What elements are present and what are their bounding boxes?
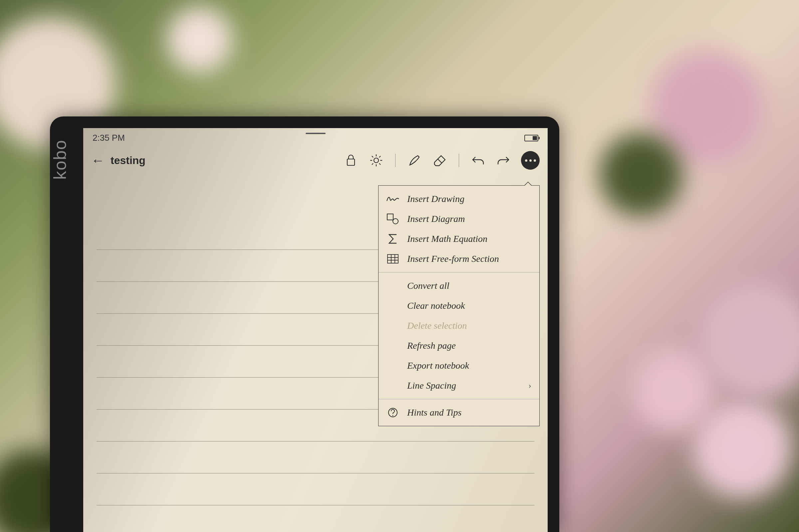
menu-item-label: Insert Free-form Section: [407, 253, 499, 264]
ruled-line: [96, 506, 534, 532]
back-arrow-icon: ←: [91, 154, 105, 167]
menu-item-label: Insert Math Equation: [407, 233, 487, 244]
menu-item-label: Hints and Tips: [407, 407, 461, 418]
toolbar-separator: [459, 154, 459, 167]
shapes-icon: [386, 213, 400, 225]
menu-delete-selection: Delete selection: [378, 316, 539, 336]
redo-icon[interactable]: [496, 153, 511, 168]
menu-line-spacing[interactable]: Line Spacing ›: [378, 376, 539, 396]
background-flower: [166, 7, 233, 73]
ruled-line: [96, 441, 534, 473]
ruled-line: [96, 473, 534, 506]
menu-item-label: Line Spacing: [407, 380, 456, 391]
menu-item-label: Export notebook: [407, 360, 469, 371]
status-bar: 2:35 PM: [83, 128, 547, 146]
sigma-icon: [386, 233, 400, 245]
chevron-right-icon: ›: [528, 381, 531, 391]
device-brand-label: kobo: [50, 139, 70, 180]
menu-insert-math[interactable]: Insert Math Equation: [378, 229, 539, 249]
menu-hints-tips[interactable]: Hints and Tips: [378, 403, 539, 422]
document-title: testing: [111, 154, 146, 167]
more-menu-button[interactable]: [521, 151, 540, 170]
editor-header: ← testing: [83, 146, 547, 176]
menu-item-label: Convert all: [407, 281, 449, 291]
svg-rect-13: [388, 254, 398, 263]
svg-line-7: [379, 163, 380, 165]
grid-icon: [386, 253, 400, 265]
more-menu-dropdown: Insert Drawing Insert Diagram: [378, 185, 540, 426]
svg-point-12: [393, 218, 398, 224]
menu-insert-diagram[interactable]: Insert Diagram: [378, 209, 539, 229]
menu-insert-drawing[interactable]: Insert Drawing: [378, 189, 539, 209]
toolbar-separator: [395, 154, 395, 167]
device-screen: 2:35 PM ← testing: [83, 128, 547, 532]
menu-refresh-page[interactable]: Refresh page: [378, 336, 539, 356]
menu-item-label: Clear notebook: [407, 300, 465, 311]
menu-item-label: Refresh page: [407, 340, 456, 351]
svg-point-1: [374, 158, 378, 163]
editor-toolbar: [343, 151, 540, 170]
ereader-device: kobo 2:35 PM ← testing: [50, 116, 559, 532]
menu-convert-all[interactable]: Convert all: [378, 276, 539, 296]
menu-item-label: Insert Diagram: [407, 214, 465, 224]
undo-icon[interactable]: [470, 153, 486, 168]
lock-icon[interactable]: [343, 153, 358, 168]
menu-insert-freeform[interactable]: Insert Free-form Section: [378, 249, 539, 269]
brightness-icon[interactable]: [369, 153, 384, 168]
back-button[interactable]: ← testing: [91, 154, 146, 167]
home-handle[interactable]: [305, 133, 326, 134]
scribble-icon: [386, 193, 400, 205]
menu-item-label: Delete selection: [407, 320, 467, 331]
status-time: 2:35 PM: [93, 133, 125, 143]
battery-icon: [524, 135, 538, 141]
svg-point-19: [392, 415, 393, 416]
background-leaf: [599, 133, 683, 216]
menu-item-label: Insert Drawing: [407, 194, 464, 204]
svg-line-10: [438, 159, 442, 163]
svg-line-9: [379, 156, 380, 157]
pen-icon[interactable]: [407, 153, 422, 168]
svg-line-6: [372, 156, 373, 157]
menu-clear-notebook[interactable]: Clear notebook: [378, 296, 539, 316]
svg-rect-11: [387, 214, 393, 220]
help-icon: [386, 406, 400, 419]
menu-export-notebook[interactable]: Export notebook: [378, 356, 539, 376]
eraser-icon[interactable]: [432, 153, 447, 168]
svg-line-8: [372, 163, 373, 165]
svg-rect-0: [347, 159, 355, 165]
